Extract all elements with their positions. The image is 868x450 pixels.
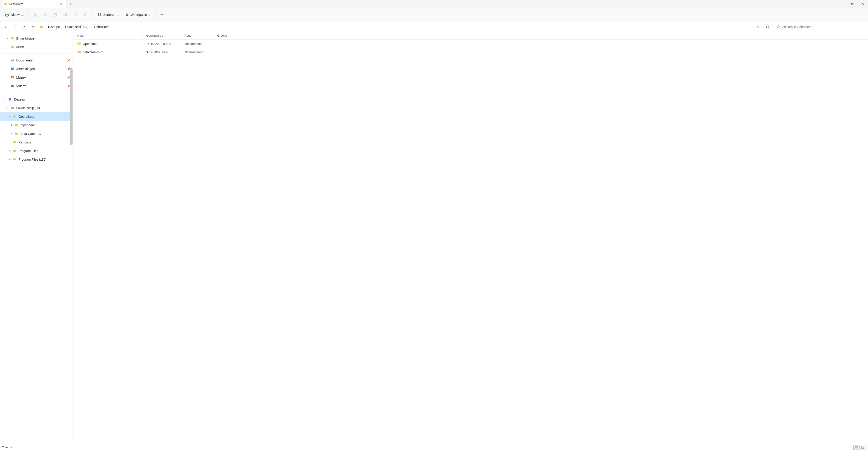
svg-rect-0 bbox=[851, 3, 853, 5]
sidebar-item-label: peta GamePC bbox=[21, 132, 41, 135]
sidebar-item[interactable]: Afbeeldingen📌 bbox=[0, 65, 72, 73]
table-row[interactable]: peta GamePC3-12-2022 14:20Bestandsmap bbox=[73, 48, 868, 56]
rename-button[interactable] bbox=[61, 10, 70, 19]
expander-icon[interactable] bbox=[10, 133, 13, 135]
file-name: Openbaar bbox=[83, 42, 97, 45]
more-button[interactable] bbox=[158, 10, 167, 19]
svg-rect-16 bbox=[11, 68, 13, 70]
chevron-down-icon: ⌄ bbox=[22, 13, 23, 16]
breadcrumb-dropdown-button[interactable] bbox=[754, 23, 762, 31]
svg-rect-5 bbox=[45, 14, 47, 16]
breadcrumb-segment[interactable]: Deze pc bbox=[47, 24, 61, 30]
file-list: Naam ˄ Gewijzigd op Type Grootte Openbaa… bbox=[73, 32, 868, 444]
expander-icon[interactable] bbox=[3, 98, 7, 100]
chevron-down-icon bbox=[757, 26, 760, 28]
sidebar-item[interactable]: Gebruikers bbox=[0, 112, 72, 121]
arrow-right-icon bbox=[13, 25, 17, 29]
sidebar-item[interactable]: Openbaar bbox=[0, 121, 72, 129]
search-input[interactable] bbox=[782, 25, 864, 29]
chevron-down-icon: ⌄ bbox=[117, 13, 119, 16]
svg-rect-27 bbox=[862, 446, 864, 448]
maximize-button[interactable] bbox=[847, 0, 858, 8]
sidebar-item[interactable]: peta GamePC bbox=[0, 129, 72, 138]
svg-point-18 bbox=[13, 68, 13, 68]
close-icon bbox=[862, 3, 864, 5]
column-type[interactable]: Type bbox=[182, 34, 214, 37]
folder-icon bbox=[13, 140, 16, 144]
copy-button[interactable] bbox=[41, 10, 50, 19]
status-bar: 2 items bbox=[0, 444, 868, 450]
view-thumbnails-toggle[interactable] bbox=[860, 445, 866, 450]
table-row[interactable]: Openbaar15-10-2022 00:02Bestandsmap bbox=[73, 39, 868, 48]
sidebar-item[interactable]: Documenten📌 bbox=[0, 56, 72, 65]
sidebar-item[interactable]: Program Files bbox=[0, 147, 72, 155]
breadcrumb-segment[interactable]: Gebruikers bbox=[93, 24, 110, 30]
sidebar-item[interactable]: PerfLogs bbox=[0, 138, 72, 147]
sidebar-item-label: Program Files (x86) bbox=[19, 158, 46, 161]
view-icon bbox=[125, 13, 129, 17]
search-icon bbox=[777, 25, 780, 29]
close-icon bbox=[60, 3, 62, 5]
sort-button[interactable]: Sorteren ⌄ bbox=[95, 11, 121, 18]
tab-current[interactable]: Gebruikers bbox=[2, 0, 66, 8]
cut-button[interactable] bbox=[31, 10, 40, 19]
sidebar-item[interactable]: Deze pc bbox=[0, 95, 72, 104]
recent-button[interactable] bbox=[20, 23, 28, 31]
toolbar-divider bbox=[28, 11, 29, 18]
address-bar-row: › Deze pc › Lokale schijf (C:) › Gebruik… bbox=[0, 22, 868, 32]
breadcrumb-segment[interactable]: Lokale schijf (C:) bbox=[64, 24, 90, 30]
tab-close-button[interactable] bbox=[58, 1, 64, 7]
expander-icon[interactable] bbox=[8, 158, 11, 161]
minimize-button[interactable] bbox=[837, 0, 847, 8]
paste-button[interactable] bbox=[51, 10, 60, 19]
view-button[interactable]: Weergeven ⌄ bbox=[123, 11, 153, 18]
sidebar-item[interactable]: Muziek📌 bbox=[0, 73, 72, 82]
expander-icon[interactable] bbox=[5, 37, 9, 39]
column-name[interactable]: Naam ˄ bbox=[77, 34, 143, 37]
back-button[interactable] bbox=[2, 23, 9, 31]
sidebar-item[interactable]: Video's📌 bbox=[0, 82, 72, 90]
delete-icon bbox=[83, 13, 87, 17]
sidebar-item[interactable]: E-mailbijlagen bbox=[0, 34, 72, 43]
sidebar-item[interactable]: Lokale schijf (C:) bbox=[0, 104, 72, 112]
breadcrumb[interactable]: › Deze pc › Lokale schijf (C:) › Gebruik… bbox=[38, 23, 773, 31]
expander-icon[interactable] bbox=[8, 116, 11, 118]
refresh-icon bbox=[766, 25, 769, 29]
sidebar-scrollbar[interactable] bbox=[70, 68, 72, 145]
rename-icon bbox=[63, 13, 67, 17]
column-headers: Naam ˄ Gewijzigd op Type Grootte bbox=[73, 32, 868, 39]
new-button[interactable]: Nieuw ⌄ bbox=[3, 11, 26, 18]
sidebar-divider bbox=[3, 93, 69, 93]
list-icon bbox=[855, 446, 858, 449]
search-box[interactable] bbox=[775, 23, 866, 31]
svg-point-9 bbox=[161, 14, 162, 15]
chevron-down-icon: ⌄ bbox=[149, 13, 151, 16]
expander-icon[interactable] bbox=[5, 107, 9, 109]
main: E-mailbijlagenMusic Documenten📌Afbeeldin… bbox=[0, 32, 868, 444]
sort-icon bbox=[97, 13, 101, 17]
share-button[interactable] bbox=[71, 10, 80, 19]
column-size[interactable]: Grootte bbox=[214, 34, 241, 37]
up-button[interactable] bbox=[29, 23, 37, 31]
expander-icon[interactable] bbox=[8, 150, 11, 152]
sidebar-item-label: Afbeeldingen bbox=[16, 67, 35, 71]
expander-icon[interactable] bbox=[10, 124, 13, 126]
folder-icon bbox=[15, 132, 19, 136]
close-window-button[interactable] bbox=[858, 0, 868, 8]
file-type: Bestandsmap bbox=[182, 51, 214, 54]
delete-button[interactable] bbox=[81, 10, 90, 19]
svg-point-10 bbox=[162, 14, 163, 15]
expander-icon[interactable] bbox=[5, 46, 9, 48]
forward-button[interactable] bbox=[11, 23, 19, 31]
sidebar-item[interactable]: Music bbox=[0, 43, 72, 51]
column-modified[interactable]: Gewijzigd op bbox=[143, 34, 182, 37]
sidebar-item-label: E-mailbijlagen bbox=[16, 37, 36, 40]
picfolder-icon bbox=[10, 67, 14, 71]
view-details-toggle[interactable] bbox=[853, 445, 860, 450]
refresh-button[interactable] bbox=[764, 23, 771, 31]
svg-point-11 bbox=[164, 14, 164, 15]
sidebar-item-label: PerfLogs bbox=[19, 140, 31, 144]
restore-icon bbox=[851, 3, 854, 5]
sidebar-item[interactable]: Program Files (x86) bbox=[0, 155, 72, 164]
new-tab-button[interactable] bbox=[66, 0, 74, 8]
